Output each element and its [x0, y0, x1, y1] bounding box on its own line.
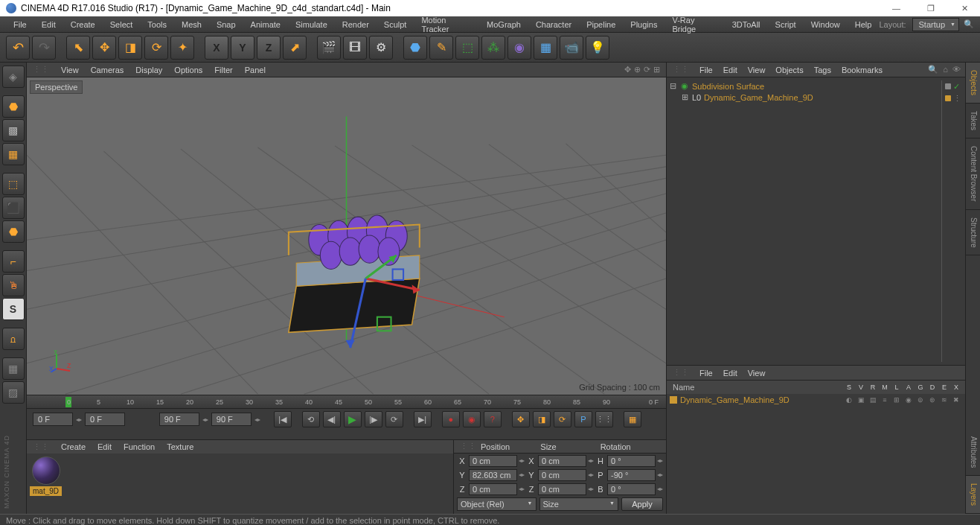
vp-nav-icon[interactable]: ✥: [624, 65, 631, 74]
rot-h-field[interactable]: 0 °: [607, 455, 656, 467]
layer-view-icon[interactable]: ▣: [855, 396, 867, 404]
time-start-field[interactable]: 0 F: [33, 413, 73, 426]
layer-deform-icon[interactable]: ⊛: [926, 396, 938, 404]
floor-button[interactable]: ▦: [534, 36, 557, 60]
vp-zoom-icon[interactable]: ⊕: [634, 65, 641, 74]
layer-manager-icon[interactable]: ≡: [879, 396, 891, 404]
layer-color-swatch[interactable]: [670, 396, 677, 404]
texture-mode-button[interactable]: ▩: [2, 119, 25, 141]
layer-expr-icon[interactable]: ≋: [938, 396, 950, 404]
coord-size-dropdown[interactable]: Size: [539, 497, 619, 511]
vp-layout-icon[interactable]: ⊞: [653, 65, 660, 74]
rotate-tool[interactable]: ⟳: [144, 36, 168, 60]
pos-z-field[interactable]: 0 cm: [469, 483, 517, 495]
y-axis-button[interactable]: Y: [231, 36, 254, 60]
tree-item-subdiv[interactable]: ⊟ ◉ Subdivision Surface: [670, 80, 941, 92]
goto-start-button[interactable]: |◀: [274, 411, 292, 427]
layer-solo-icon[interactable]: ◐: [843, 396, 855, 404]
tree-item-machine[interactable]: ⊞ L0 Dynamic_Game_Machine_9D: [670, 92, 941, 103]
menu-simulate[interactable]: Simulate: [288, 18, 335, 31]
size-x-field[interactable]: 0 cm: [538, 455, 586, 467]
spline-pen-button[interactable]: ✎: [429, 36, 453, 60]
menu-motiontracker[interactable]: Motion Tracker: [414, 13, 479, 36]
material-thumbnail[interactable]: [32, 456, 60, 485]
menu-mograph[interactable]: MoGraph: [479, 18, 528, 31]
edges-mode-button[interactable]: ⬛: [2, 197, 25, 219]
key-param-button[interactable]: P: [574, 411, 592, 427]
tab-objects[interactable]: Objects: [966, 63, 980, 104]
obj-menu-bookmarks[interactable]: Bookmarks: [842, 66, 883, 74]
menu-help[interactable]: Help: [848, 18, 880, 31]
tab-content-browser[interactable]: Content Browser: [966, 139, 980, 209]
menu-render[interactable]: Render: [335, 18, 377, 31]
layout-dropdown[interactable]: Startup: [912, 18, 959, 31]
last-tool[interactable]: ✦: [170, 36, 194, 60]
obj-search-icon[interactable]: 🔍: [928, 65, 938, 74]
menu-window[interactable]: Window: [804, 18, 848, 31]
expand-icon[interactable]: ⊟: [670, 81, 677, 91]
vp-menu-options[interactable]: Options: [174, 66, 202, 74]
next-key-button[interactable]: ⟳: [385, 411, 403, 427]
menu-create[interactable]: Create: [63, 18, 103, 31]
layer-lock-icon[interactable]: ⊞: [891, 396, 903, 404]
obj-menu-view[interactable]: View: [748, 66, 766, 74]
layer-swatch[interactable]: [945, 83, 951, 89]
menu-mesh[interactable]: Mesh: [174, 18, 209, 31]
menu-edit[interactable]: Edit: [34, 18, 63, 31]
array-button[interactable]: ⁂: [481, 36, 505, 60]
vp-menu-cameras[interactable]: Cameras: [91, 66, 124, 74]
tab-layers[interactable]: Layers: [966, 476, 980, 514]
pos-y-field[interactable]: 82.603 cm: [469, 469, 517, 481]
coord-system-button[interactable]: ⬈: [283, 36, 307, 60]
expand-icon[interactable]: ⊞: [682, 92, 689, 102]
key-pos-button[interactable]: ✥: [512, 411, 530, 427]
menu-tools[interactable]: Tools: [140, 18, 174, 31]
points-mode-button[interactable]: ⬚: [2, 173, 25, 195]
tab-structure[interactable]: Structure: [966, 210, 980, 256]
obj-menu-objects[interactable]: Objects: [775, 66, 803, 74]
workplane-button[interactable]: ▦: [2, 143, 25, 165]
layer-anim-icon[interactable]: ◉: [903, 396, 915, 404]
make-editable-button[interactable]: ◈: [2, 66, 25, 88]
camera-button[interactable]: 📹: [560, 36, 583, 60]
mat-menu-texture[interactable]: Texture: [167, 442, 193, 451]
mat-menu-create[interactable]: Create: [61, 442, 86, 451]
apply-button[interactable]: Apply: [621, 497, 663, 511]
visibility-dots[interactable]: ⋮: [953, 94, 961, 104]
rot-p-field[interactable]: -90 °: [607, 469, 656, 481]
minimize-button[interactable]: —: [886, 2, 906, 15]
menu-file[interactable]: File: [6, 18, 34, 31]
mat-menu-edit[interactable]: Edit: [97, 442, 112, 451]
x-axis-button[interactable]: X: [205, 36, 228, 60]
vp-menu-view[interactable]: View: [61, 66, 79, 74]
size-y-field[interactable]: 0 cm: [538, 469, 586, 481]
visibility-check[interactable]: ✓: [953, 82, 960, 92]
layer-menu-file[interactable]: File: [699, 369, 713, 378]
search-icon[interactable]: 🔍: [964, 19, 974, 29]
polygons-mode-button[interactable]: ⬣: [2, 220, 25, 243]
timeline-ruler[interactable]: 0 5 10 15 20 25 30 35 40 45 50 55 60 65 …: [27, 395, 666, 409]
obj-menu-edit[interactable]: Edit: [723, 66, 737, 74]
tab-takes[interactable]: Takes: [966, 104, 980, 139]
object-tree[interactable]: ⊟ ◉ Subdivision Surface ⊞ L0 Dynamic_Gam…: [667, 77, 965, 365]
key-scale-button[interactable]: ◨: [533, 411, 551, 427]
menu-character[interactable]: Character: [528, 18, 579, 31]
key-pla-button[interactable]: ⋮⋮: [595, 411, 613, 427]
mat-menu-function[interactable]: Function: [124, 442, 155, 451]
vp-menu-filter[interactable]: Filter: [214, 66, 232, 74]
vp-menu-panel[interactable]: Panel: [245, 66, 266, 74]
coord-mode-dropdown[interactable]: Object (Rel): [457, 497, 537, 511]
axis-button[interactable]: ⌐: [2, 250, 25, 273]
layer-render-icon[interactable]: ▤: [867, 396, 879, 404]
locked-workplane-button[interactable]: ▦: [2, 357, 25, 380]
timeline-window-button[interactable]: ▦: [624, 411, 641, 427]
subdivision-button[interactable]: ⬚: [455, 36, 479, 60]
light-button[interactable]: 💡: [586, 36, 609, 60]
live-selection-tool[interactable]: ⬉: [66, 36, 90, 60]
viewport-3d[interactable]: Perspective: [27, 77, 666, 395]
render-picture-button[interactable]: 🎞: [343, 36, 367, 60]
tweak-button[interactable]: 🖱: [2, 274, 25, 296]
next-frame-button[interactable]: |▶: [365, 411, 382, 427]
prev-frame-button[interactable]: ◀|: [323, 411, 341, 427]
menu-snap[interactable]: Snap: [209, 18, 243, 31]
